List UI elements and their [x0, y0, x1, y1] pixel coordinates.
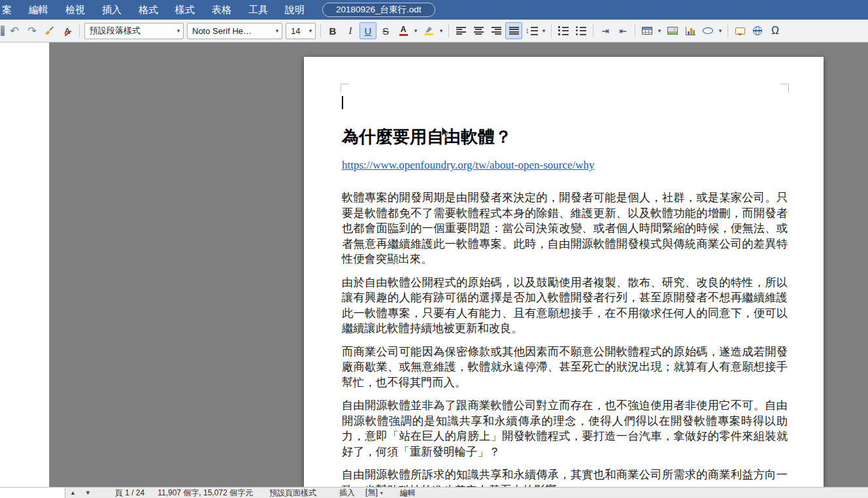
- left-margin-panel: [0, 42, 50, 487]
- basic-shapes-control: ▾: [699, 22, 724, 39]
- insert-table-control: ▾: [639, 22, 663, 39]
- decrease-indent-button[interactable]: ⇤: [614, 22, 631, 39]
- menubar: 案 編輯 檢視 插入 格式 樣式 表格 工具 說明 20180926_台東行.o…: [0, 0, 868, 20]
- toolbar-separator: [593, 24, 593, 37]
- chevron-down-icon: ▾: [306, 27, 315, 34]
- line-spacing-button[interactable]: ↕: [523, 22, 540, 39]
- increase-indent-icon: ⇥: [601, 25, 609, 36]
- text-boundary-corner: [780, 84, 789, 92]
- align-justify-icon: [509, 27, 519, 35]
- font-size-value: 14: [291, 26, 306, 36]
- selection-mode-status[interactable]: [無]▾: [365, 487, 383, 498]
- globe-icon: [753, 26, 762, 35]
- italic-icon: I: [349, 26, 352, 36]
- font-size-combobox[interactable]: 14 ▾: [286, 23, 316, 39]
- basic-shapes-dropdown[interactable]: ▾: [716, 22, 724, 39]
- document-hyperlink[interactable]: https://www.openfoundry.org/tw/about-ope…: [342, 159, 595, 172]
- chevron-down-icon: ▾: [541, 27, 547, 34]
- font-name-combobox[interactable]: Noto Serif He… ▾: [187, 23, 282, 39]
- paragraph: 自由開源軟體並非為了跟商業軟體公司對立而存在，也不強迫使用者非使用它不可。自由開…: [342, 398, 788, 459]
- insert-special-character-button[interactable]: Ω: [767, 22, 784, 39]
- mouse-cursor: [441, 126, 450, 139]
- menu-edit[interactable]: 編輯: [20, 0, 57, 20]
- align-center-icon: [474, 27, 484, 35]
- menu-tools[interactable]: 工具: [240, 0, 276, 20]
- document-page[interactable]: 為什麼要用自由軟體？ https://www.openfoundry.org/t…: [304, 57, 824, 487]
- font-color-button[interactable]: A: [395, 22, 412, 39]
- document-heading: 為什麼要用自由軟體？: [342, 126, 788, 148]
- undo-icon: ↶: [10, 25, 19, 37]
- menu-help[interactable]: 說明: [276, 0, 313, 20]
- insert-comment-button[interactable]: [731, 22, 748, 39]
- clear-formatting-button[interactable]: A: [59, 22, 76, 39]
- writer-window: 案 編輯 檢視 插入 格式 樣式 表格 工具 說明 20180926_台東行.o…: [0, 0, 868, 498]
- strikethrough-icon: S: [382, 26, 389, 36]
- highlight-color-control: ▾: [420, 22, 445, 39]
- ordered-list-button[interactable]: [555, 22, 572, 39]
- toolbar-separator: [320, 24, 321, 37]
- redo-button[interactable]: ↷: [24, 22, 41, 39]
- chevron-down-icon: ▾: [656, 27, 663, 34]
- paragraph: 由於自由軟體公開程式的原始碼，以及鼓勵使用者複製、散布、研究、改良的特性，所以讓…: [342, 275, 788, 337]
- align-right-button[interactable]: [488, 22, 505, 39]
- find-next-button[interactable]: ▼: [80, 488, 95, 498]
- insert-chart-button[interactable]: [682, 22, 699, 39]
- menu-styles[interactable]: 樣式: [167, 0, 203, 20]
- highlighter-icon: [425, 27, 433, 35]
- toolbar-separator: [448, 24, 449, 37]
- chevron-down-icon: ▾: [717, 27, 724, 34]
- main-toolbar: ↶ ↷ A 預設段落樣式 ▾ Noto Serif He… ▾ 14 ▾ B I…: [0, 20, 868, 42]
- text-boundary-corner: [341, 84, 349, 92]
- font-color-icon: A: [399, 25, 408, 36]
- font-color-dropdown[interactable]: ▾: [412, 22, 420, 39]
- chevron-down-icon: ▾: [412, 27, 419, 34]
- align-center-button[interactable]: [470, 22, 487, 39]
- font-name-value: Noto Serif He…: [192, 26, 273, 36]
- italic-button[interactable]: I: [342, 22, 359, 39]
- bold-icon: B: [329, 26, 337, 36]
- page-number-status[interactable]: 頁 1 / 24: [115, 488, 144, 498]
- table-icon: [642, 27, 652, 35]
- strikethrough-button[interactable]: S: [377, 22, 394, 39]
- find-previous-button[interactable]: ▲: [65, 488, 80, 498]
- clipped-toolbar-button[interactable]: [0, 22, 5, 39]
- menu-table[interactable]: 表格: [203, 0, 240, 20]
- underline-button[interactable]: U: [359, 22, 376, 39]
- align-left-button[interactable]: [452, 22, 469, 39]
- insert-table-button[interactable]: [639, 22, 656, 39]
- selection-mode-value: [無]: [365, 488, 378, 497]
- clear-formatting-icon: A: [64, 25, 70, 37]
- insert-image-button[interactable]: [664, 22, 681, 39]
- unordered-list-button[interactable]: [573, 22, 590, 39]
- find-input[interactable]: [0, 488, 65, 498]
- paragraph-style-combobox[interactable]: 預設段落樣式 ▾: [84, 23, 184, 39]
- toolbar-separator: [551, 24, 552, 37]
- page-style-status[interactable]: 預設頁面樣式: [269, 488, 316, 498]
- clone-formatting-button[interactable]: [41, 22, 58, 39]
- highlight-color-dropdown[interactable]: ▾: [437, 22, 445, 39]
- statusbar: ▲ ▼ 頁 1 / 24 11,907 個字, 15,072 個字元 預設頁面樣…: [0, 487, 868, 498]
- bold-button[interactable]: B: [324, 22, 341, 39]
- toolbar-separator: [635, 24, 635, 37]
- image-icon: [667, 27, 678, 35]
- word-count-status[interactable]: 11,907 個字, 15,072 個字元: [158, 488, 253, 498]
- undo-button[interactable]: ↶: [6, 22, 23, 39]
- omega-icon: Ω: [771, 25, 779, 37]
- chevron-down-icon: ▾: [380, 490, 383, 496]
- basic-shapes-button[interactable]: [699, 22, 716, 39]
- empty-paragraph: [342, 95, 788, 110]
- menu-view[interactable]: 檢視: [57, 0, 93, 20]
- menu-file[interactable]: 案: [0, 0, 20, 20]
- highlight-color-button[interactable]: [420, 22, 437, 39]
- line-spacing-icon: ↕: [526, 26, 538, 35]
- menu-insert[interactable]: 插入: [93, 0, 130, 20]
- increase-indent-button[interactable]: ⇥: [597, 22, 614, 39]
- edit-mode-status[interactable]: 編輯: [400, 488, 416, 498]
- line-spacing-dropdown[interactable]: ▾: [540, 22, 548, 39]
- insert-mode-status[interactable]: 插入: [339, 488, 355, 498]
- menu-format[interactable]: 格式: [130, 0, 167, 20]
- insert-hyperlink-button[interactable]: [749, 22, 766, 39]
- insert-table-dropdown[interactable]: ▾: [656, 22, 663, 39]
- document-title-pill[interactable]: 20180926_台東行.odt: [322, 3, 435, 17]
- align-justify-button[interactable]: [505, 22, 522, 39]
